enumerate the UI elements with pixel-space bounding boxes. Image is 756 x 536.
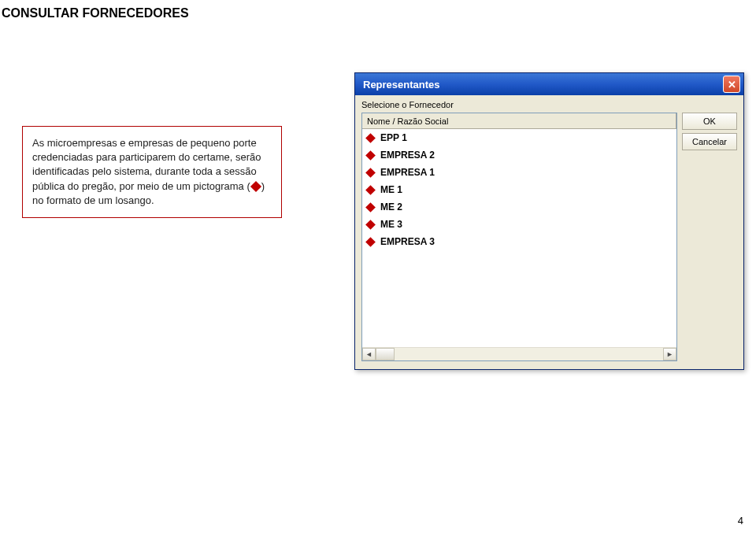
list-item-label: EMPRESA 2 <box>380 150 435 161</box>
chevron-right-icon: ► <box>666 350 673 358</box>
list-item[interactable]: ME 2 <box>362 198 676 216</box>
scroll-track[interactable] <box>395 348 663 360</box>
diamond-icon <box>365 237 376 247</box>
list-item-label: ME 1 <box>380 184 402 195</box>
info-text-before: As microempresas e empresas de pequeno p… <box>32 137 261 192</box>
scroll-left-button[interactable]: ◄ <box>362 348 376 360</box>
diamond-icon <box>365 133 376 143</box>
cancel-button[interactable]: Cancelar <box>682 133 737 150</box>
list-item-label: EMPRESA 1 <box>380 167 435 178</box>
list-item-label: ME 3 <box>380 219 402 230</box>
list-content: EPP 1 EMPRESA 2 EMPRESA 1 ME 1 <box>362 129 676 347</box>
page-title: CONSULTAR FORNECEDORES <box>0 0 756 20</box>
list-item-label: EPP 1 <box>380 132 407 143</box>
supplier-list: Nome / Razão Social EPP 1 EMPRESA 2 EMPR… <box>361 113 677 361</box>
dialog-label: Selecione o Fornecedor <box>361 100 737 109</box>
list-item[interactable]: ME 1 <box>362 181 676 198</box>
diamond-icon <box>365 168 376 178</box>
page-number: 4 <box>738 515 743 527</box>
diamond-icon <box>365 220 376 230</box>
list-item[interactable]: EMPRESA 1 <box>362 164 676 181</box>
close-icon: ✕ <box>728 79 736 91</box>
titlebar[interactable]: Representantes ✕ <box>355 73 743 95</box>
scroll-thumb[interactable] <box>376 348 395 360</box>
titlebar-title: Representantes <box>363 79 440 91</box>
button-column: OK Cancelar <box>682 113 737 361</box>
list-item[interactable]: ME 3 <box>362 216 676 233</box>
scroll-right-button[interactable]: ► <box>663 348 676 360</box>
dialog-body: Selecione o Fornecedor Nome / Razão Soci… <box>355 95 743 369</box>
info-callout: As microempresas e empresas de pequeno p… <box>22 126 282 218</box>
diamond-icon <box>365 202 376 213</box>
column-header[interactable]: Nome / Razão Social <box>362 113 676 129</box>
diamond-icon <box>250 181 261 192</box>
diamond-icon <box>365 150 376 161</box>
list-item[interactable]: EPP 1 <box>362 129 676 146</box>
diamond-icon <box>365 185 376 195</box>
list-item[interactable]: EMPRESA 3 <box>362 233 676 250</box>
list-item-label: EMPRESA 3 <box>380 236 435 247</box>
close-button[interactable]: ✕ <box>723 76 740 93</box>
ok-button[interactable]: OK <box>682 113 737 130</box>
scrollbar-horizontal[interactable]: ◄ ► <box>362 347 676 360</box>
list-item-label: ME 2 <box>380 201 402 213</box>
dialog-representantes: Representantes ✕ Selecione o Fornecedor … <box>354 72 744 370</box>
list-item[interactable]: EMPRESA 2 <box>362 146 676 164</box>
chevron-left-icon: ◄ <box>365 350 372 358</box>
